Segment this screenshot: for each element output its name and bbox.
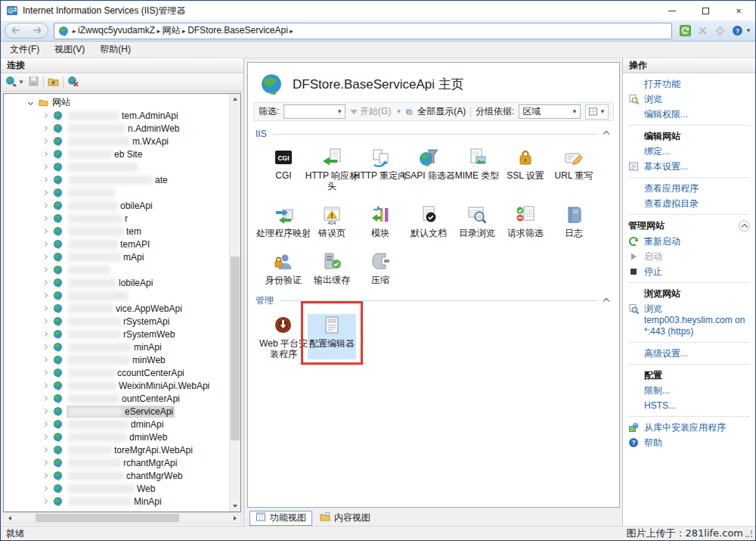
tree-item[interactable]: m.WxApi [4,135,229,148]
expander-icon[interactable] [42,241,48,247]
expander-icon[interactable] [42,409,48,414]
expander-icon[interactable] [42,370,48,375]
scroll-left-arrow[interactable] [4,513,15,523]
connect-dropdown-caret[interactable]: ▼ [18,79,24,86]
tree-vertical-scrollbar[interactable] [229,94,240,511]
action-HSTS-[interactable]: HSTS... [623,398,755,413]
action-查看虚拟目录[interactable]: 查看虚拟目录 [623,196,755,211]
expander-icon[interactable] [42,421,48,427]
scroll-thumb[interactable] [231,257,240,440]
feature-output-cache[interactable]: 输出缓存 [308,250,356,285]
expander-icon[interactable] [42,151,48,157]
address-bar[interactable]: ▸ iZwwqc5yvudamkZ ▸ 网站 ▸ DFStore.BaseSer… [54,23,672,39]
feature-auth[interactable]: 身份验证 [259,250,308,285]
tree-item[interactable]: eServiceApi [4,405,229,418]
tree-item[interactable]: ate [4,173,229,186]
section-collapse-icon[interactable] [603,131,609,137]
disconnect-icon[interactable] [67,76,79,89]
action-重新启动[interactable]: 重新启动 [623,234,755,249]
maximize-button[interactable] [689,1,722,20]
expander-icon[interactable] [42,486,48,491]
tree-item[interactable]: rSystemWeb [4,328,229,340]
action-绑定-[interactable]: 绑定... [623,144,755,159]
tab-内容视图[interactable]: 内容视图 [314,511,376,526]
expander-icon[interactable] [42,177,48,182]
tree-item[interactable]: n.AdminWeb [4,122,229,135]
tab-功能视图[interactable]: 功能视图 [249,511,312,526]
tree-item[interactable]: rSystemApi [4,315,229,328]
expander-icon[interactable] [42,499,48,504]
group-by-combo[interactable]: 区域▼ [519,104,581,119]
action-限制-[interactable]: 限制... [623,383,755,398]
action-停止[interactable]: 停止 [623,264,755,279]
tree-item[interactable]: ountCenterApi [4,392,229,405]
feature-default-doc[interactable]: 默认文档 [404,204,453,238]
home-button[interactable] [712,23,727,39]
breadcrumb-segment[interactable]: DFStore.BaseServiceApi [187,25,288,36]
expander-icon[interactable] [42,138,48,144]
expander-open-icon[interactable] [28,100,33,105]
action-查看应用程序[interactable]: 查看应用程序 [623,181,755,196]
menu-item[interactable]: 文件(F) [10,43,39,56]
feature-url-rewrite[interactable]: URL 重写 [550,146,598,191]
feature-logging[interactable]: 日志 [550,204,598,238]
action-启动[interactable]: 启动 [623,249,755,264]
action-从库中安装应用程序[interactable]: 从库中安装应用程序 [623,420,755,435]
feature-isapi[interactable]: ISAPI 筛选器 [404,146,453,191]
action-编辑网站[interactable]: 编辑网站 [623,129,755,144]
back-button[interactable] [11,26,20,36]
view-toggle-button[interactable]: ▼ [585,104,609,120]
folder-up-icon[interactable] [48,76,59,89]
expander-icon[interactable] [42,357,48,362]
feature-request-filter[interactable]: 请求筛选 [501,204,550,238]
expander-icon[interactable] [42,126,48,131]
tree-item[interactable]: chantMgrWeb [4,469,229,482]
action-section-管理网站[interactable]: 管理网站 [623,218,755,234]
save-icon[interactable] [28,76,39,89]
feature-compression[interactable]: 压缩 [356,250,404,285]
help-dropdown-caret[interactable]: ▼ [745,27,751,34]
expander-icon[interactable] [42,306,48,311]
tree-item[interactable]: dminWeb [4,431,229,443]
tree-item[interactable]: vice.AppWebApi [4,302,229,315]
tree-item[interactable] [4,289,229,302]
tree-item[interactable]: obileApi [4,199,229,212]
scroll-down-arrow[interactable] [230,501,240,511]
forward-button[interactable] [33,26,42,36]
expander-icon[interactable] [42,319,48,324]
tree-item[interactable] [4,263,229,276]
close-button[interactable]: × [722,1,755,20]
tree-root-sites[interactable]: 网站 [4,96,229,109]
section-collapse-icon[interactable] [603,297,609,303]
feature-cgi[interactable]: CGICGI [259,146,308,191]
expander-icon[interactable] [42,460,48,465]
tree-item[interactable]: temAPI [4,238,229,250]
expander-icon[interactable] [42,473,48,478]
filter-combo[interactable]: ▼ [284,104,345,119]
scroll-right-arrow[interactable] [229,513,240,523]
tree-item[interactable] [4,186,229,199]
expander-icon[interactable] [42,113,48,118]
expander-icon[interactable] [42,396,48,401]
tree-item[interactable]: WeixinMiniApi.WebApi [4,379,229,392]
show-all-button[interactable]: 全部显示(A) [417,105,466,118]
expander-icon[interactable] [42,203,48,208]
action-浏览[interactable]: 浏览 [623,92,755,107]
go-dropdown-caret[interactable]: ▼ [395,108,401,115]
tree-item[interactable]: Web [4,482,229,495]
action-打开功能[interactable]: 打开功能 [623,76,755,92]
tree-item[interactable]: minWeb [4,353,229,366]
expander-icon[interactable] [42,254,48,260]
expander-icon[interactable] [42,383,48,388]
action-帮助[interactable]: ?帮助 [623,435,755,450]
tree-horizontal-scrollbar[interactable] [3,512,241,524]
action-高级设置-[interactable]: 高级设置... [623,346,755,361]
expander-icon[interactable] [42,344,48,350]
scroll-thumb-horizontal[interactable] [36,514,179,522]
expander-icon[interactable] [42,447,48,452]
tree-item[interactable]: minApi [4,340,229,353]
expander-icon[interactable] [42,164,48,169]
menu-item[interactable]: 视图(V) [54,43,85,56]
expander-icon[interactable] [42,293,48,298]
tree-item[interactable]: tem.AdminApi [4,109,229,122]
